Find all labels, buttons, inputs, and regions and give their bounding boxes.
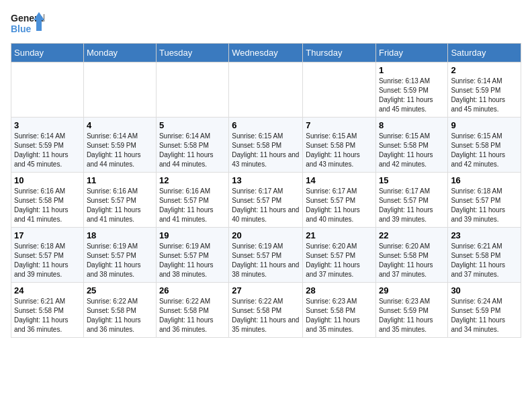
calendar-cell: [11, 62, 84, 118]
day-info: Sunrise: 6:18 AM Sunset: 5:57 PM Dayligh…: [451, 187, 518, 224]
day-number: 27: [232, 285, 300, 295]
header: General Blue: [11, 11, 521, 38]
calendar-cell: 28Sunrise: 6:23 AM Sunset: 5:58 PM Dayli…: [303, 283, 376, 338]
calendar-cell: 1Sunrise: 6:13 AM Sunset: 5:59 PM Daylig…: [375, 62, 447, 118]
calendar-table: SundayMondayTuesdayWednesdayThursdayFrid…: [11, 43, 521, 338]
day-number: 30: [451, 285, 518, 295]
weekday-header-tuesday: Tuesday: [156, 44, 228, 62]
day-number: 17: [14, 230, 81, 240]
day-number: 28: [306, 285, 373, 295]
day-info: Sunrise: 6:22 AM Sunset: 5:58 PM Dayligh…: [87, 297, 153, 334]
calendar-cell: 16Sunrise: 6:18 AM Sunset: 5:57 PM Dayli…: [448, 173, 521, 228]
calendar-cell: 17Sunrise: 6:18 AM Sunset: 5:57 PM Dayli…: [11, 228, 84, 283]
day-number: 7: [306, 120, 373, 130]
calendar-week-0: 1Sunrise: 6:13 AM Sunset: 5:59 PM Daylig…: [11, 62, 521, 118]
day-info: Sunrise: 6:19 AM Sunset: 5:57 PM Dayligh…: [159, 242, 226, 279]
day-info: Sunrise: 6:22 AM Sunset: 5:58 PM Dayligh…: [159, 297, 226, 334]
calendar-cell: [229, 62, 303, 118]
day-info: Sunrise: 6:17 AM Sunset: 5:57 PM Dayligh…: [306, 187, 373, 224]
calendar-cell: 14Sunrise: 6:17 AM Sunset: 5:57 PM Dayli…: [303, 173, 376, 228]
calendar-cell: 2Sunrise: 6:14 AM Sunset: 5:59 PM Daylig…: [448, 62, 521, 118]
day-info: Sunrise: 6:22 AM Sunset: 5:58 PM Dayligh…: [232, 297, 300, 334]
day-info: Sunrise: 6:13 AM Sunset: 5:59 PM Dayligh…: [379, 77, 445, 114]
calendar-cell: 7Sunrise: 6:15 AM Sunset: 5:58 PM Daylig…: [303, 118, 376, 173]
day-number: 12: [159, 175, 226, 185]
day-info: Sunrise: 6:14 AM Sunset: 5:59 PM Dayligh…: [451, 77, 518, 114]
day-number: 11: [87, 175, 153, 185]
day-number: 4: [87, 120, 153, 130]
calendar-cell: 15Sunrise: 6:17 AM Sunset: 5:57 PM Dayli…: [375, 173, 447, 228]
weekday-header-wednesday: Wednesday: [229, 44, 303, 62]
logo-svg: General Blue: [11, 11, 44, 38]
day-info: Sunrise: 6:15 AM Sunset: 5:58 PM Dayligh…: [232, 132, 300, 169]
calendar-week-4: 24Sunrise: 6:21 AM Sunset: 5:58 PM Dayli…: [11, 283, 521, 338]
day-number: 13: [232, 175, 300, 185]
calendar-cell: 26Sunrise: 6:22 AM Sunset: 5:58 PM Dayli…: [156, 283, 228, 338]
day-number: 14: [306, 175, 373, 185]
calendar-week-1: 3Sunrise: 6:14 AM Sunset: 5:59 PM Daylig…: [11, 118, 521, 173]
day-info: Sunrise: 6:18 AM Sunset: 5:57 PM Dayligh…: [14, 242, 81, 279]
day-info: Sunrise: 6:19 AM Sunset: 5:57 PM Dayligh…: [232, 242, 300, 279]
day-info: Sunrise: 6:15 AM Sunset: 5:58 PM Dayligh…: [451, 132, 518, 169]
calendar-cell: 12Sunrise: 6:16 AM Sunset: 5:57 PM Dayli…: [156, 173, 228, 228]
calendar-cell: 13Sunrise: 6:17 AM Sunset: 5:57 PM Dayli…: [229, 173, 303, 228]
weekday-header-saturday: Saturday: [448, 44, 521, 62]
day-number: 25: [87, 285, 153, 295]
day-info: Sunrise: 6:15 AM Sunset: 5:58 PM Dayligh…: [379, 132, 445, 169]
day-info: Sunrise: 6:17 AM Sunset: 5:57 PM Dayligh…: [232, 187, 300, 224]
day-info: Sunrise: 6:16 AM Sunset: 5:57 PM Dayligh…: [87, 187, 153, 224]
day-number: 9: [451, 120, 518, 130]
calendar-cell: 23Sunrise: 6:21 AM Sunset: 5:58 PM Dayli…: [448, 228, 521, 283]
day-number: 23: [451, 230, 518, 240]
day-number: 22: [379, 230, 445, 240]
day-info: Sunrise: 6:14 AM Sunset: 5:59 PM Dayligh…: [87, 132, 153, 169]
day-info: Sunrise: 6:20 AM Sunset: 5:57 PM Dayligh…: [306, 242, 373, 279]
calendar-cell: 11Sunrise: 6:16 AM Sunset: 5:57 PM Dayli…: [83, 173, 156, 228]
day-info: Sunrise: 6:17 AM Sunset: 5:57 PM Dayligh…: [379, 187, 445, 224]
calendar-cell: [83, 62, 156, 118]
calendar-cell: 4Sunrise: 6:14 AM Sunset: 5:59 PM Daylig…: [83, 118, 156, 173]
calendar-cell: 6Sunrise: 6:15 AM Sunset: 5:58 PM Daylig…: [229, 118, 303, 173]
calendar-cell: [303, 62, 376, 118]
day-number: 8: [379, 120, 445, 130]
day-number: 3: [14, 120, 81, 130]
day-number: 24: [14, 285, 81, 295]
day-info: Sunrise: 6:16 AM Sunset: 5:57 PM Dayligh…: [159, 187, 226, 224]
calendar-cell: [156, 62, 228, 118]
logo: General Blue: [11, 11, 44, 38]
day-info: Sunrise: 6:24 AM Sunset: 5:59 PM Dayligh…: [451, 297, 518, 334]
day-number: 1: [379, 65, 445, 75]
day-info: Sunrise: 6:21 AM Sunset: 5:58 PM Dayligh…: [14, 297, 81, 334]
day-number: 5: [159, 120, 226, 130]
calendar-week-2: 10Sunrise: 6:16 AM Sunset: 5:58 PM Dayli…: [11, 173, 521, 228]
day-number: 26: [159, 285, 226, 295]
calendar-cell: 9Sunrise: 6:15 AM Sunset: 5:58 PM Daylig…: [448, 118, 521, 173]
day-info: Sunrise: 6:20 AM Sunset: 5:58 PM Dayligh…: [379, 242, 445, 279]
day-number: 10: [14, 175, 81, 185]
weekday-header-monday: Monday: [83, 44, 156, 62]
day-number: 18: [87, 230, 153, 240]
day-number: 15: [379, 175, 445, 185]
calendar-cell: 29Sunrise: 6:23 AM Sunset: 5:59 PM Dayli…: [375, 283, 447, 338]
day-number: 21: [306, 230, 373, 240]
calendar-cell: 19Sunrise: 6:19 AM Sunset: 5:57 PM Dayli…: [156, 228, 228, 283]
weekday-header-thursday: Thursday: [303, 44, 376, 62]
calendar-week-3: 17Sunrise: 6:18 AM Sunset: 5:57 PM Dayli…: [11, 228, 521, 283]
day-info: Sunrise: 6:14 AM Sunset: 5:58 PM Dayligh…: [159, 132, 226, 169]
day-info: Sunrise: 6:23 AM Sunset: 5:58 PM Dayligh…: [306, 297, 373, 334]
calendar-cell: 24Sunrise: 6:21 AM Sunset: 5:58 PM Dayli…: [11, 283, 84, 338]
day-number: 2: [451, 65, 518, 75]
svg-text:Blue: Blue: [11, 24, 32, 34]
weekday-header-friday: Friday: [375, 44, 447, 62]
day-info: Sunrise: 6:21 AM Sunset: 5:58 PM Dayligh…: [451, 242, 518, 279]
calendar-cell: 3Sunrise: 6:14 AM Sunset: 5:59 PM Daylig…: [11, 118, 84, 173]
calendar-cell: 5Sunrise: 6:14 AM Sunset: 5:58 PM Daylig…: [156, 118, 228, 173]
day-info: Sunrise: 6:15 AM Sunset: 5:58 PM Dayligh…: [306, 132, 373, 169]
day-number: 19: [159, 230, 226, 240]
weekday-header-sunday: Sunday: [11, 44, 84, 62]
calendar-cell: 22Sunrise: 6:20 AM Sunset: 5:58 PM Dayli…: [375, 228, 447, 283]
day-info: Sunrise: 6:19 AM Sunset: 5:57 PM Dayligh…: [87, 242, 153, 279]
day-number: 20: [232, 230, 300, 240]
calendar-cell: 25Sunrise: 6:22 AM Sunset: 5:58 PM Dayli…: [83, 283, 156, 338]
day-info: Sunrise: 6:16 AM Sunset: 5:58 PM Dayligh…: [14, 187, 81, 224]
